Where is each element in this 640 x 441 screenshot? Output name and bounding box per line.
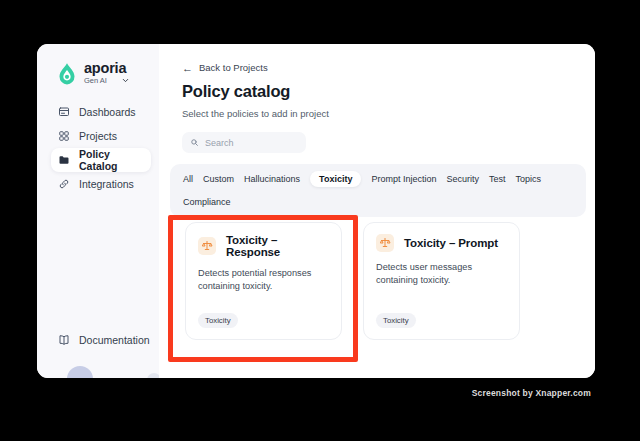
sidebar-item-projects[interactable]: Projects bbox=[37, 124, 159, 148]
folder-icon bbox=[58, 154, 70, 166]
category-tabbar: All Custom Hallucinations Toxicity Promp… bbox=[170, 164, 586, 217]
policy-card-toxicity-response[interactable]: Toxicity – Response Detects potential re… bbox=[185, 222, 342, 340]
tab-security[interactable]: Security bbox=[446, 171, 479, 187]
link-icon bbox=[58, 178, 70, 190]
brand-name: aporia bbox=[84, 60, 130, 76]
back-arrow-icon: ← bbox=[182, 63, 193, 73]
policy-tag-badge: Toxicity bbox=[198, 313, 238, 328]
search-box[interactable] bbox=[182, 132, 306, 153]
policy-card-description: Detects user messages containing toxicit… bbox=[376, 261, 509, 287]
sidebar: aporia Gen AI Dashboards bbox=[37, 44, 159, 378]
tab-topics[interactable]: Topics bbox=[515, 171, 541, 187]
sidebar-nav: Dashboards Projects Policy Catalog bbox=[37, 100, 159, 196]
workspace-name: Gen AI bbox=[84, 76, 107, 85]
aporia-drop-icon bbox=[57, 62, 77, 86]
policy-card-title: Toxicity – Prompt bbox=[404, 237, 498, 249]
book-icon bbox=[58, 334, 70, 346]
sidebar-item-label: Policy Catalog bbox=[79, 148, 151, 172]
search-input[interactable] bbox=[205, 138, 295, 148]
sidebar-item-documentation[interactable]: Documentation bbox=[37, 328, 159, 352]
watermark-text: Screenshot by Xnapper.com bbox=[472, 388, 591, 398]
policy-card-toxicity-prompt[interactable]: Toxicity – Prompt Detects user messages … bbox=[363, 222, 520, 340]
page-subtitle: Select the policies to add in project bbox=[182, 108, 329, 119]
sidebar-item-integrations[interactable]: Integrations bbox=[37, 172, 159, 196]
sidebar-item-label: Projects bbox=[79, 130, 117, 142]
chevron-down-icon[interactable] bbox=[121, 76, 130, 85]
policy-card-description: Detects potential responses containing t… bbox=[198, 267, 331, 293]
policy-card-grid: Toxicity – Response Detects potential re… bbox=[185, 222, 520, 340]
sidebar-item-policy-catalog[interactable]: Policy Catalog bbox=[51, 148, 151, 172]
app-window: aporia Gen AI Dashboards bbox=[37, 44, 595, 378]
scale-icon bbox=[376, 234, 394, 252]
tab-compliance[interactable]: Compliance bbox=[183, 194, 231, 210]
page-title: Policy catalog bbox=[182, 82, 290, 101]
projects-grid-icon bbox=[58, 130, 70, 142]
scale-icon bbox=[198, 237, 216, 255]
tab-all[interactable]: All bbox=[183, 171, 193, 187]
tab-prompt-injection[interactable]: Prompt Injection bbox=[371, 171, 436, 187]
tab-custom[interactable]: Custom bbox=[203, 171, 234, 187]
policy-tag-badge: Toxicity bbox=[376, 313, 416, 328]
tab-hallucinations[interactable]: Hallucinations bbox=[244, 171, 300, 187]
sidebar-item-label: Documentation bbox=[79, 334, 150, 346]
sidebar-item-dashboards[interactable]: Dashboards bbox=[37, 100, 159, 124]
dashboard-icon bbox=[58, 106, 70, 118]
back-to-projects-link[interactable]: ← Back to Projects bbox=[182, 62, 268, 73]
back-link-label: Back to Projects bbox=[199, 62, 268, 73]
user-avatar[interactable] bbox=[67, 366, 93, 378]
brand-logo[interactable]: aporia Gen AI bbox=[57, 60, 159, 86]
sidebar-item-label: Dashboards bbox=[79, 106, 136, 118]
policy-card-title: Toxicity – Response bbox=[226, 234, 329, 258]
search-icon bbox=[190, 138, 199, 147]
tab-toxicity[interactable]: Toxicity bbox=[310, 171, 361, 187]
sidebar-item-label: Integrations bbox=[79, 178, 134, 190]
tab-test[interactable]: Test bbox=[489, 171, 506, 187]
screenshot-stage: aporia Gen AI Dashboards bbox=[0, 0, 640, 441]
main-content: ← Back to Projects Policy catalog Select… bbox=[159, 44, 595, 378]
